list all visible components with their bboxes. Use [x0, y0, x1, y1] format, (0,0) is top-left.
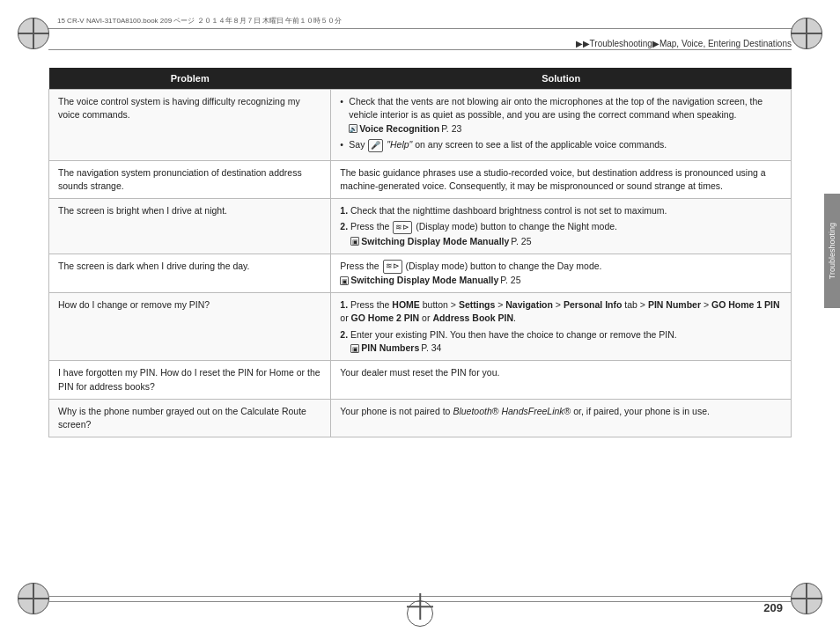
problem-cell: The navigation system pronunciation of d… — [49, 160, 331, 198]
troubleshooting-table: Problem Solution The voice control syste… — [48, 68, 792, 437]
col-header-problem: Problem — [49, 68, 331, 90]
breadcrumb: ▶▶Troubleshooting▶Map, Voice, Entering D… — [48, 35, 792, 52]
top-meta-text: 15 CR-V NAVI-31T0A8100.book 209 ページ ２０１４… — [57, 16, 342, 26]
problem-cell: I have forgotten my PIN. How do I reset … — [49, 361, 331, 399]
side-tab-label: Troubleshooting — [828, 223, 836, 279]
solution-cell: 1. Check that the nighttime dashboard br… — [331, 199, 792, 254]
ref-icon-4: ▣ — [350, 344, 359, 353]
col-header-solution: Solution — [331, 68, 792, 90]
display-mode-icon-2: ≋⊳ — [383, 260, 402, 273]
display-mode-icon: ≋⊳ — [393, 221, 412, 234]
solution-cell: Check that the vents are not blowing air… — [331, 90, 792, 161]
problem-cell: How do I change or remove my PIN? — [49, 293, 331, 361]
bottom-center-cross — [407, 593, 433, 620]
problem-cell: Why is the phone number grayed out on th… — [49, 399, 331, 437]
step-num: 1. — [340, 205, 348, 216]
step-num: 2. — [340, 221, 348, 231]
ref-icon-3: ▣ — [340, 276, 349, 285]
table-row: Why is the phone number grayed out on th… — [49, 399, 792, 437]
solution-cell: Press the ≋⊳ (Display mode) button to ch… — [331, 254, 792, 292]
header-line-top — [48, 28, 792, 29]
main-content: Problem Solution The voice control syste… — [48, 57, 792, 584]
switch-mode-ref: Switching Display Mode Manually — [361, 235, 509, 248]
corner-decoration-bl — [18, 583, 49, 614]
table-row: The navigation system pronunciation of d… — [49, 160, 792, 198]
problem-cell: The screen is bright when I drive at nig… — [49, 199, 331, 254]
corner-decoration-tr — [791, 18, 822, 49]
switch-mode-ref-2: Switching Display Mode Manually — [350, 274, 498, 287]
corner-decoration-tl — [18, 18, 49, 49]
problem-cell: The voice control system is having diffi… — [49, 90, 331, 161]
solution-cell: Your phone is not paired to Bluetooth® H… — [331, 399, 792, 437]
solution-cell: Your dealer must reset the PIN for you. — [331, 361, 792, 399]
ref-icon: 🔊 — [349, 124, 357, 133]
table-row: The screen is dark when I drive during t… — [49, 254, 792, 292]
pin-numbers-ref: PIN Numbers — [361, 342, 419, 355]
voice-recognition-ref: Voice Recognition — [359, 122, 439, 136]
table-row: The screen is bright when I drive at nig… — [49, 199, 792, 254]
solution-cell: The basic guidance phrases use a studio-… — [331, 160, 792, 198]
step-num-3: 1. — [340, 299, 348, 310]
table-row: How do I change or remove my PIN? 1. Pre… — [49, 293, 792, 361]
solution-cell: 1. Press the HOME button > Settings > Na… — [331, 293, 792, 361]
table-row: I have forgotten my PIN. How do I reset … — [49, 361, 792, 399]
side-tab: Troubleshooting — [824, 194, 840, 308]
breadcrumb-text: ▶▶Troubleshooting▶Map, Voice, Entering D… — [576, 39, 792, 48]
voice-icon: 🎤 — [368, 139, 383, 152]
step-num-4: 2. — [340, 329, 348, 340]
table-row: The voice control system is having diffi… — [49, 90, 792, 161]
table-wrap: Problem Solution The voice control syste… — [48, 68, 792, 437]
corner-decoration-br — [791, 583, 822, 614]
ref-icon-2: ▣ — [350, 237, 359, 246]
problem-cell: The screen is dark when I drive during t… — [49, 254, 331, 292]
page-number: 209 — [763, 601, 783, 614]
